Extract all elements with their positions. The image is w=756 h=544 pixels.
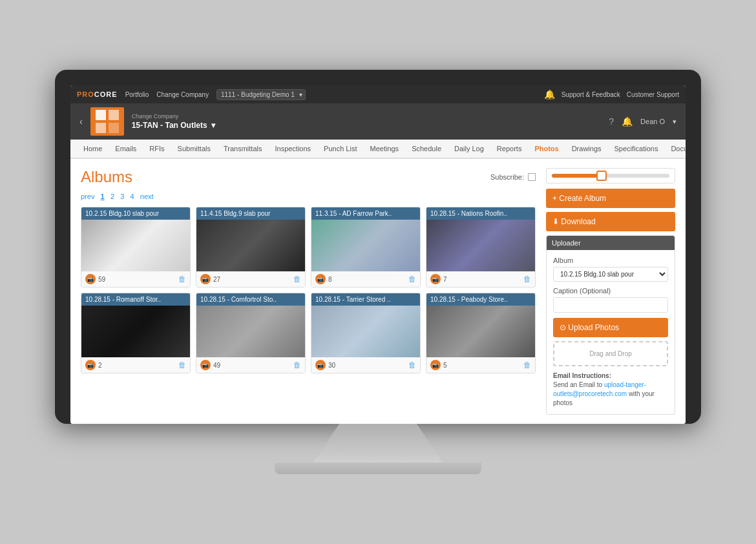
subscribe-area: Subscribe: [490,173,536,181]
upload-photos-button[interactable]: ⊙ Upload Photos [553,318,668,337]
project-dropdown-arrow[interactable]: ▾ [211,121,215,130]
album-title-6: 10.28.15 - Tarrier Stored .. [311,293,420,306]
albums-header: Albums Subscribe: [81,168,536,186]
camera-icon-5: 📷 [200,360,211,370]
project-dropdown[interactable]: 1111 - Budgeting Demo 1 [216,89,306,100]
caption-label: Caption (Optional) [553,287,668,295]
page-3-link[interactable]: 3 [120,193,124,200]
album-footer-1: 📷 27 🗑 [196,271,305,287]
page-2-link[interactable]: 2 [110,193,114,200]
album-thumb-2 [311,220,420,271]
album-card-2[interactable]: 11.3.15 - AD Farrow Park.. 📷 8 🗑 [311,207,421,288]
customer-support-link[interactable]: Customer Support [627,91,679,98]
slider-thumb[interactable] [596,171,607,181]
tab-meetings[interactable]: Meetings [363,140,405,159]
delete-album-3[interactable]: 🗑 [523,275,531,284]
tab-transmittals[interactable]: Transmittals [217,140,269,159]
album-card-1[interactable]: 11.4.15 Bldg.9 slab pour 📷 27 🗑 [196,207,306,288]
photo-count-5: 📷 49 [200,360,220,370]
delete-album-0[interactable]: 🗑 [178,275,186,284]
next-page-link[interactable]: next [140,193,154,200]
support-feedback-link[interactable]: Support & Feedback [562,91,620,98]
camera-icon-3: 📷 [430,274,441,284]
change-company-label: Change Company [132,113,602,120]
back-button[interactable]: ‹ [79,116,83,127]
change-company-link[interactable]: Change Company [156,91,209,98]
album-card-0[interactable]: 10.2.15 Bldg.10 slab pour 📷 59 🗑 [81,207,191,288]
album-select[interactable]: 10.2.15 Bldg.10 slab pour11.4.15 Bldg.9 … [553,267,668,282]
album-card-7[interactable]: 10.28.15 - Peabody Store.. 📷 5 🗑 [426,293,536,373]
album-title-4: 10.28.15 - Romanoff Stor.. [81,293,190,306]
tab-drawings[interactable]: Drawings [565,140,608,159]
photo-count-7: 📷 5 [430,360,447,370]
album-footer-3: 📷 7 🗑 [426,271,535,287]
tab-home[interactable]: Home [77,140,109,159]
tab-photos[interactable]: Photos [528,140,565,159]
delete-album-2[interactable]: 🗑 [408,275,416,284]
tab-punch-list[interactable]: Punch List [317,140,363,159]
photo-count-4: 📷 2 [85,360,102,370]
tab-specifications[interactable]: Specifications [608,140,665,159]
user-menu-button[interactable]: Dean O [640,118,665,125]
tab-emails[interactable]: Emails [109,140,143,159]
svg-rect-2 [96,123,106,133]
album-title-0: 10.2.15 Bldg.10 slab pour [81,207,190,220]
bell-icon[interactable]: 🔔 [544,89,555,99]
delete-album-1[interactable]: 🗑 [293,275,301,284]
portfolio-link[interactable]: Portfolio [125,91,149,98]
camera-icon-2: 📷 [315,274,326,284]
album-title-2: 11.3.15 - AD Farrow Park.. [311,207,420,220]
album-thumb-4 [81,306,190,357]
tab-daily-log[interactable]: Daily Log [448,140,490,159]
delete-album-6[interactable]: 🗑 [408,361,416,370]
page-1-link[interactable]: 1 [101,193,105,200]
camera-icon-7: 📷 [430,360,441,370]
notification-bell-icon[interactable]: 🔔 [622,116,633,127]
album-thumb-5 [196,306,305,357]
album-card-4[interactable]: 10.28.15 - Romanoff Stor.. 📷 2 🗑 [81,293,191,373]
album-thumb-1 [196,220,305,271]
nav-tabs: Home Emails RFIs Submittals Transmittals… [70,140,686,159]
tab-submittals[interactable]: Submittals [171,140,217,159]
album-card-3[interactable]: 10.28.15 - Nations Roofin.. 📷 7 🗑 [426,207,536,288]
tab-reports[interactable]: Reports [490,140,529,159]
album-footer-5: 📷 49 🗑 [196,357,305,373]
monitor-base [275,463,481,474]
tab-schedule[interactable]: Schedule [405,140,448,159]
email-instructions-text: Send an Email to [553,381,604,388]
main-content: Albums Subscribe: prev 1 2 3 [70,159,686,424]
user-dropdown-arrow[interactable]: ▾ [673,118,677,126]
caption-input[interactable] [553,297,668,313]
svg-rect-0 [96,110,106,120]
email-instructions: Email Instructions: Send an Email to upl… [553,371,668,408]
create-album-button[interactable]: + Create Album [546,189,675,208]
tab-documents[interactable]: Documents [664,140,686,159]
right-panel: + Create Album ⬇ Download Uploader Album… [546,168,675,415]
company-info: Change Company 15-TAN - Tan Outlets ▾ [132,113,602,130]
drag-drop-area[interactable]: Drag and Drop [553,341,668,366]
download-button[interactable]: ⬇ Download [546,212,675,231]
album-card-5[interactable]: 10.28.15 - Comfortrol Sto.. 📷 49 🗑 [196,293,306,373]
help-icon[interactable]: ? [609,116,614,127]
album-thumb-3 [426,220,535,271]
photo-count-0: 📷 59 [85,274,105,284]
slider-track [552,174,669,178]
tab-inspections[interactable]: Inspections [268,140,317,159]
album-title-7: 10.28.15 - Peabody Store.. [426,293,535,306]
tab-rfis[interactable]: RFIs [143,140,171,159]
album-card-6[interactable]: 10.28.15 - Tarrier Stored .. 📷 30 🗑 [311,293,421,373]
photo-size-slider-box [546,168,675,183]
camera-icon-1: 📷 [200,274,211,284]
album-footer-4: 📷 2 🗑 [81,357,190,373]
svg-rect-3 [109,123,119,133]
album-footer-7: 📷 5 🗑 [426,357,535,373]
camera-icon-6: 📷 [315,360,326,370]
prev-page-link[interactable]: prev [81,193,94,200]
delete-album-5[interactable]: 🗑 [293,361,301,370]
subscribe-checkbox[interactable] [528,173,536,181]
delete-album-7[interactable]: 🗑 [523,361,531,370]
page-4-link[interactable]: 4 [130,193,134,200]
uploader-box: Uploader Album 10.2.15 Bldg.10 slab pour… [546,235,675,415]
delete-album-4[interactable]: 🗑 [178,361,186,370]
album-footer-6: 📷 30 🗑 [311,357,420,373]
